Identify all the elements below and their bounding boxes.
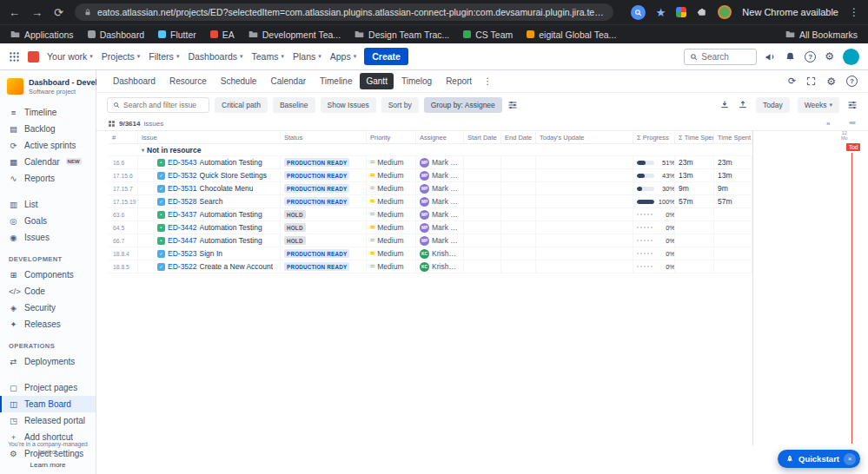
- all-bookmarks-button[interactable]: All Bookmarks: [785, 30, 858, 40]
- table-row[interactable]: 66.7▪ED-3447Automation TestingHOLD=Mediu…: [109, 234, 752, 247]
- extensions-puzzle-icon[interactable]: [697, 7, 707, 17]
- learn-more-link[interactable]: Learn more: [0, 461, 96, 469]
- table-row[interactable]: 63.6▪ED-3437Automation TestingHOLD=Mediu…: [109, 208, 752, 221]
- table-row[interactable]: 18.8.4✓ED-3523Sign InPRODUCTION READY=Me…: [109, 247, 752, 260]
- issue-key[interactable]: ED-3531: [168, 184, 197, 193]
- table-row[interactable]: 17.15.19✓ED-3528SearchPRODUCTION READY=M…: [109, 195, 752, 208]
- column-header-today-s-update[interactable]: Today's Update: [536, 131, 633, 143]
- issue-filter-search[interactable]: [107, 97, 209, 113]
- sidebar-item-issues[interactable]: ◉Issues: [0, 229, 96, 246]
- sidebar-item-backlog[interactable]: ▤Backlog: [0, 121, 96, 137]
- nav-menu-apps[interactable]: Apps▾: [330, 51, 356, 62]
- bookmark-item-eigital-global-tea[interactable]: eigital Global Tea...: [527, 30, 616, 40]
- bookmark-item-design-team-trac[interactable]: Design Team Trac...: [354, 30, 449, 40]
- nav-menu-plans[interactable]: Plans▾: [293, 51, 321, 62]
- chrome-update-notice[interactable]: New Chrome available: [742, 7, 838, 17]
- column-header-assignee[interactable]: Assignee: [416, 131, 464, 143]
- issue-key[interactable]: ED-3447: [168, 236, 197, 245]
- global-search[interactable]: [684, 49, 757, 65]
- sidebar-item-team-board[interactable]: ◫Team Board: [0, 396, 96, 412]
- bookmark-item-ea[interactable]: EA: [210, 30, 235, 40]
- nav-menu-filters[interactable]: Filters▾: [149, 51, 179, 62]
- refresh-icon[interactable]: ⟳: [788, 76, 796, 86]
- column-header-end-date[interactable]: End Date: [501, 131, 536, 143]
- fullscreen-icon[interactable]: [806, 76, 816, 86]
- panel-expand-icon[interactable]: »: [826, 120, 830, 128]
- announcement-icon[interactable]: [765, 51, 776, 63]
- help-icon[interactable]: ?: [805, 51, 816, 63]
- tab-dashboard[interactable]: Dashboard: [107, 73, 162, 89]
- tab-resource[interactable]: Resource: [163, 73, 213, 89]
- issue-key[interactable]: ED-3528: [168, 197, 197, 206]
- table-row[interactable]: 17.15.6✓ED-3532Quick Store SettingsPRODU…: [109, 169, 752, 182]
- sidebar-item-code[interactable]: </>Code: [0, 283, 96, 300]
- table-row[interactable]: 64.5▪ED-3442Automation TestingHOLD=Mediu…: [109, 221, 752, 234]
- issue-key[interactable]: ED-3543: [168, 158, 197, 167]
- toolbar-button-baseline[interactable]: Baseline: [273, 97, 315, 113]
- toolbar-button-show-issues[interactable]: Show Issues: [321, 97, 376, 113]
- issue-key[interactable]: ED-3437: [168, 210, 197, 219]
- quickstart-close-icon[interactable]: ×: [844, 453, 856, 465]
- issue-key[interactable]: ED-3442: [168, 223, 197, 232]
- toolbar-button-sort-by[interactable]: Sort by: [381, 97, 419, 113]
- sidebar-item-releases[interactable]: ✦Releases: [0, 316, 96, 332]
- gantt-help-icon[interactable]: ?: [846, 76, 858, 87]
- site-logo[interactable]: [28, 51, 39, 63]
- sidebar-item-deployments[interactable]: ⇄Deployments: [0, 353, 96, 370]
- nav-menu-projects[interactable]: Projects▾: [102, 51, 140, 62]
- global-search-input[interactable]: [701, 52, 752, 62]
- group-row[interactable]: ▾ Not in resource: [109, 144, 752, 156]
- sidebar-item-project-pages[interactable]: ▢Project pages: [0, 379, 96, 396]
- share-upload-icon[interactable]: [738, 100, 748, 110]
- nav-menu-teams[interactable]: Teams▾: [252, 51, 284, 62]
- bookmark-item-development-tea[interactable]: Development Tea...: [248, 30, 341, 40]
- forward-icon[interactable]: →: [31, 7, 43, 18]
- export-download-icon[interactable]: [719, 100, 730, 110]
- sidebar-item-released-portal[interactable]: ◳Released portal: [0, 412, 96, 429]
- tab-gantt[interactable]: Gantt: [360, 73, 393, 89]
- tab-timeline[interactable]: Timeline: [314, 73, 358, 89]
- column-header-priority[interactable]: Priority: [367, 131, 416, 143]
- nav-menu-dashboards[interactable]: Dashboards▾: [188, 51, 242, 62]
- issue-key[interactable]: ED-3532: [168, 171, 197, 180]
- url-bar[interactable]: eatos.atlassian.net/projects/ED?selected…: [75, 3, 613, 21]
- project-header[interactable]: Dashboard - Develop... Software project: [0, 78, 96, 95]
- settings-gear-icon[interactable]: ⚙: [825, 51, 834, 62]
- timeline-collapse-icon[interactable]: ««: [849, 119, 855, 127]
- toolbar-button-critical-path[interactable]: Critical path: [215, 97, 268, 113]
- sidebar-item-timeline[interactable]: ≡Timeline: [0, 104, 96, 121]
- side-search-icon[interactable]: [631, 5, 646, 20]
- notifications-bell-icon[interactable]: [785, 51, 796, 63]
- sidebar-item-active-sprints[interactable]: ⟳Active sprints: [0, 137, 96, 154]
- tab-report[interactable]: Report: [440, 73, 478, 89]
- create-button[interactable]: Create: [364, 48, 408, 65]
- app-switcher-icon[interactable]: [9, 51, 20, 63]
- back-icon[interactable]: ←: [9, 7, 20, 18]
- issue-filter-input[interactable]: [123, 101, 203, 109]
- column-header-item[interactable]: #: [109, 131, 138, 143]
- table-row[interactable]: 16.6▪ED-3543Automation TestingPRODUCTION…: [109, 156, 752, 169]
- toolbar-button-group-by-assignee[interactable]: Group by: Assignee: [424, 97, 502, 113]
- tabs-more-icon[interactable]: ⋮: [480, 76, 495, 86]
- sidebar-item-components[interactable]: ⊞Components: [0, 267, 96, 283]
- tab-timelog[interactable]: Timelog: [395, 73, 438, 89]
- table-row[interactable]: 18.8.5✓ED-3522Create a New AccountPRODUC…: [109, 260, 752, 273]
- column-header-progress[interactable]: Σ Progress: [633, 131, 675, 143]
- bookmark-item-cs-team[interactable]: CS Team: [463, 30, 513, 40]
- issue-key[interactable]: ED-3523: [168, 249, 197, 258]
- column-header-issue[interactable]: Issue: [138, 131, 281, 143]
- bookmark-item-applications[interactable]: Applications: [10, 30, 74, 40]
- column-header-status[interactable]: Status: [281, 131, 367, 143]
- column-header-start-date[interactable]: Start Date: [464, 131, 501, 143]
- view-settings-icon[interactable]: [847, 100, 858, 110]
- sidebar-item-reports[interactable]: ∿Reports: [0, 170, 96, 187]
- column-header-time-spent[interactable]: Σ Time Spent: [675, 131, 714, 143]
- bookmark-star-icon[interactable]: ★: [656, 7, 666, 18]
- zoom-select[interactable]: Weeks ▾: [798, 97, 839, 113]
- reload-icon[interactable]: ⟳: [54, 7, 63, 18]
- filter-icon[interactable]: [507, 100, 518, 110]
- tab-calendar[interactable]: Calendar: [264, 73, 312, 89]
- sidebar-item-goals[interactable]: ◎Goals: [0, 213, 96, 229]
- bookmark-item-flutter[interactable]: Flutter: [158, 30, 196, 40]
- nav-menu-your-work[interactable]: Your work▾: [47, 51, 93, 62]
